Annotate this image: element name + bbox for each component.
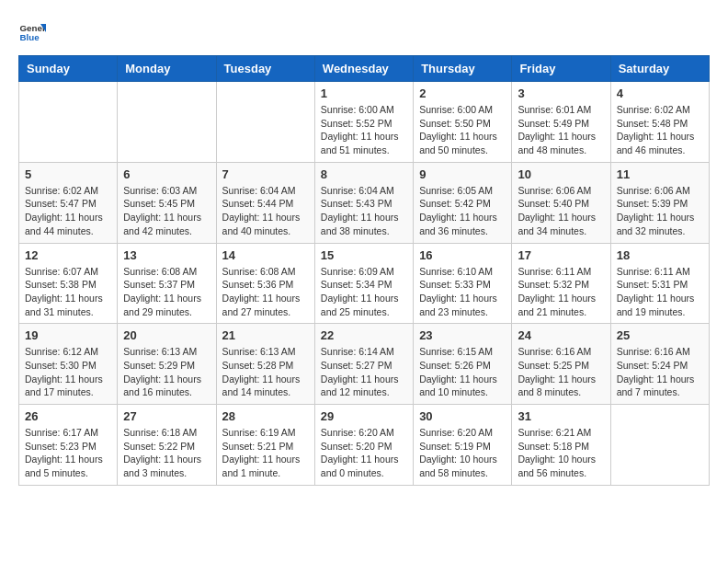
day-info: Sunrise: 6:03 AMSunset: 5:45 PMDaylight:… bbox=[123, 184, 210, 238]
day-info: Sunrise: 6:09 AMSunset: 5:34 PMDaylight:… bbox=[321, 265, 407, 319]
calendar-cell: 15Sunrise: 6:09 AMSunset: 5:34 PMDayligh… bbox=[314, 243, 413, 324]
calendar-cell: 28Sunrise: 6:19 AMSunset: 5:21 PMDayligh… bbox=[216, 405, 314, 486]
calendar-cell: 3Sunrise: 6:01 AMSunset: 5:49 PMDaylight… bbox=[512, 82, 610, 163]
day-number: 4 bbox=[617, 86, 703, 100]
calendar-cell: 5Sunrise: 6:02 AMSunset: 5:47 PMDaylight… bbox=[19, 162, 118, 243]
day-number: 5 bbox=[25, 167, 111, 181]
calendar-cell: 29Sunrise: 6:20 AMSunset: 5:20 PMDayligh… bbox=[314, 405, 413, 486]
logo: General Blue bbox=[18, 18, 46, 46]
day-info: Sunrise: 6:00 AMSunset: 5:50 PMDaylight:… bbox=[419, 103, 506, 157]
logo-icon: General Blue bbox=[18, 18, 46, 46]
day-number: 25 bbox=[617, 328, 703, 342]
calendar-cell bbox=[118, 82, 216, 163]
calendar-cell: 12Sunrise: 6:07 AMSunset: 5:38 PMDayligh… bbox=[19, 243, 118, 324]
day-number: 16 bbox=[419, 248, 506, 262]
day-info: Sunrise: 6:04 AMSunset: 5:43 PMDaylight:… bbox=[321, 184, 407, 238]
calendar-cell: 27Sunrise: 6:18 AMSunset: 5:22 PMDayligh… bbox=[118, 405, 216, 486]
day-number: 31 bbox=[518, 409, 604, 423]
calendar-cell: 22Sunrise: 6:14 AMSunset: 5:27 PMDayligh… bbox=[314, 324, 413, 405]
weekday-header-tuesday: Tuesday bbox=[216, 56, 314, 82]
calendar-cell: 13Sunrise: 6:08 AMSunset: 5:37 PMDayligh… bbox=[118, 243, 216, 324]
calendar-cell: 21Sunrise: 6:13 AMSunset: 5:28 PMDayligh… bbox=[216, 324, 314, 405]
day-number: 24 bbox=[518, 328, 604, 342]
day-info: Sunrise: 6:11 AMSunset: 5:31 PMDaylight:… bbox=[617, 265, 703, 319]
weekday-header-friday: Friday bbox=[512, 56, 610, 82]
day-info: Sunrise: 6:02 AMSunset: 5:47 PMDaylight:… bbox=[25, 184, 111, 238]
day-number: 12 bbox=[25, 248, 111, 262]
week-row-3: 19Sunrise: 6:12 AMSunset: 5:30 PMDayligh… bbox=[19, 324, 710, 405]
day-number: 2 bbox=[419, 86, 506, 100]
day-number: 1 bbox=[321, 86, 407, 100]
day-number: 28 bbox=[222, 409, 309, 423]
day-number: 30 bbox=[419, 409, 506, 423]
day-number: 21 bbox=[222, 328, 309, 342]
calendar-cell: 18Sunrise: 6:11 AMSunset: 5:31 PMDayligh… bbox=[610, 243, 709, 324]
calendar-cell bbox=[19, 82, 118, 163]
header: General Blue bbox=[18, 18, 710, 46]
calendar-cell: 19Sunrise: 6:12 AMSunset: 5:30 PMDayligh… bbox=[19, 324, 118, 405]
day-info: Sunrise: 6:07 AMSunset: 5:38 PMDaylight:… bbox=[25, 265, 111, 319]
day-info: Sunrise: 6:13 AMSunset: 5:28 PMDaylight:… bbox=[222, 345, 309, 399]
calendar-cell: 16Sunrise: 6:10 AMSunset: 5:33 PMDayligh… bbox=[414, 243, 512, 324]
calendar-cell: 10Sunrise: 6:06 AMSunset: 5:40 PMDayligh… bbox=[512, 162, 610, 243]
day-number: 14 bbox=[222, 248, 309, 262]
day-info: Sunrise: 6:21 AMSunset: 5:18 PMDaylight:… bbox=[518, 426, 604, 480]
day-number: 17 bbox=[518, 248, 604, 262]
calendar-cell: 14Sunrise: 6:08 AMSunset: 5:36 PMDayligh… bbox=[216, 243, 314, 324]
calendar-cell: 8Sunrise: 6:04 AMSunset: 5:43 PMDaylight… bbox=[314, 162, 413, 243]
day-info: Sunrise: 6:01 AMSunset: 5:49 PMDaylight:… bbox=[518, 103, 604, 157]
day-number: 27 bbox=[123, 409, 210, 423]
day-number: 8 bbox=[321, 167, 407, 181]
calendar-cell: 1Sunrise: 6:00 AMSunset: 5:52 PMDaylight… bbox=[314, 82, 413, 163]
day-info: Sunrise: 6:20 AMSunset: 5:20 PMDaylight:… bbox=[321, 426, 407, 480]
week-row-2: 12Sunrise: 6:07 AMSunset: 5:38 PMDayligh… bbox=[19, 243, 710, 324]
calendar-cell: 25Sunrise: 6:16 AMSunset: 5:24 PMDayligh… bbox=[610, 324, 709, 405]
weekday-header-monday: Monday bbox=[118, 56, 216, 82]
calendar-cell: 2Sunrise: 6:00 AMSunset: 5:50 PMDaylight… bbox=[414, 82, 512, 163]
day-info: Sunrise: 6:06 AMSunset: 5:40 PMDaylight:… bbox=[518, 184, 604, 238]
day-info: Sunrise: 6:08 AMSunset: 5:36 PMDaylight:… bbox=[222, 265, 309, 319]
calendar-cell bbox=[610, 405, 709, 486]
day-number: 11 bbox=[617, 167, 703, 181]
day-info: Sunrise: 6:16 AMSunset: 5:24 PMDaylight:… bbox=[617, 345, 703, 399]
day-number: 26 bbox=[25, 409, 111, 423]
day-info: Sunrise: 6:12 AMSunset: 5:30 PMDaylight:… bbox=[25, 345, 111, 399]
day-number: 29 bbox=[321, 409, 407, 423]
day-info: Sunrise: 6:00 AMSunset: 5:52 PMDaylight:… bbox=[321, 103, 407, 157]
week-row-4: 26Sunrise: 6:17 AMSunset: 5:23 PMDayligh… bbox=[19, 405, 710, 486]
day-info: Sunrise: 6:04 AMSunset: 5:44 PMDaylight:… bbox=[222, 184, 309, 238]
calendar-cell: 23Sunrise: 6:15 AMSunset: 5:26 PMDayligh… bbox=[414, 324, 512, 405]
day-info: Sunrise: 6:08 AMSunset: 5:37 PMDaylight:… bbox=[123, 265, 210, 319]
day-info: Sunrise: 6:11 AMSunset: 5:32 PMDaylight:… bbox=[518, 265, 604, 319]
day-info: Sunrise: 6:17 AMSunset: 5:23 PMDaylight:… bbox=[25, 426, 111, 480]
day-info: Sunrise: 6:10 AMSunset: 5:33 PMDaylight:… bbox=[419, 265, 506, 319]
day-info: Sunrise: 6:02 AMSunset: 5:48 PMDaylight:… bbox=[617, 103, 703, 157]
day-number: 13 bbox=[123, 248, 210, 262]
calendar-cell: 17Sunrise: 6:11 AMSunset: 5:32 PMDayligh… bbox=[512, 243, 610, 324]
day-number: 23 bbox=[419, 328, 506, 342]
weekday-header-saturday: Saturday bbox=[610, 56, 709, 82]
day-info: Sunrise: 6:18 AMSunset: 5:22 PMDaylight:… bbox=[123, 426, 210, 480]
day-info: Sunrise: 6:19 AMSunset: 5:21 PMDaylight:… bbox=[222, 426, 309, 480]
calendar-cell: 6Sunrise: 6:03 AMSunset: 5:45 PMDaylight… bbox=[118, 162, 216, 243]
calendar-cell: 7Sunrise: 6:04 AMSunset: 5:44 PMDaylight… bbox=[216, 162, 314, 243]
calendar-cell: 20Sunrise: 6:13 AMSunset: 5:29 PMDayligh… bbox=[118, 324, 216, 405]
week-row-1: 5Sunrise: 6:02 AMSunset: 5:47 PMDaylight… bbox=[19, 162, 710, 243]
day-number: 19 bbox=[25, 328, 111, 342]
calendar-cell: 24Sunrise: 6:16 AMSunset: 5:25 PMDayligh… bbox=[512, 324, 610, 405]
calendar-cell: 30Sunrise: 6:20 AMSunset: 5:19 PMDayligh… bbox=[414, 405, 512, 486]
calendar-cell bbox=[216, 82, 314, 163]
weekday-header-row: SundayMondayTuesdayWednesdayThursdayFrid… bbox=[19, 56, 710, 82]
calendar: SundayMondayTuesdayWednesdayThursdayFrid… bbox=[18, 55, 710, 486]
day-info: Sunrise: 6:20 AMSunset: 5:19 PMDaylight:… bbox=[419, 426, 506, 480]
calendar-cell: 26Sunrise: 6:17 AMSunset: 5:23 PMDayligh… bbox=[19, 405, 118, 486]
day-number: 9 bbox=[419, 167, 506, 181]
week-row-0: 1Sunrise: 6:00 AMSunset: 5:52 PMDaylight… bbox=[19, 82, 710, 163]
day-info: Sunrise: 6:06 AMSunset: 5:39 PMDaylight:… bbox=[617, 184, 703, 238]
day-info: Sunrise: 6:14 AMSunset: 5:27 PMDaylight:… bbox=[321, 345, 407, 399]
day-info: Sunrise: 6:05 AMSunset: 5:42 PMDaylight:… bbox=[419, 184, 506, 238]
day-number: 20 bbox=[123, 328, 210, 342]
day-number: 7 bbox=[222, 167, 309, 181]
day-number: 22 bbox=[321, 328, 407, 342]
day-info: Sunrise: 6:13 AMSunset: 5:29 PMDaylight:… bbox=[123, 345, 210, 399]
